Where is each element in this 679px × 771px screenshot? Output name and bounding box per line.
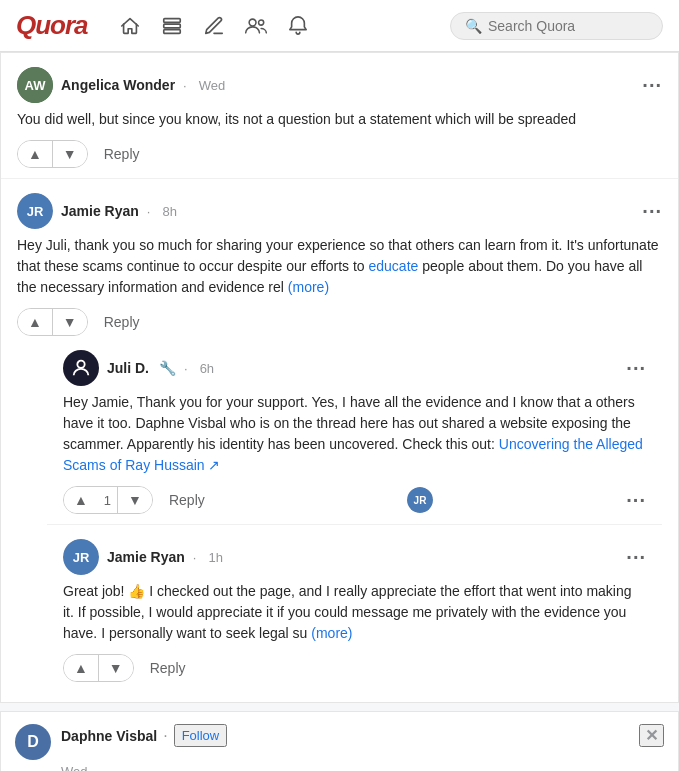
author-jamie-1: Jamie Ryan bbox=[61, 203, 139, 219]
main-content: AW Angelica Wonder · Wed ··· You did wel… bbox=[0, 52, 679, 771]
comment-time-jamie-2: 1h bbox=[208, 550, 222, 565]
comment-body-juli: Hey Jamie, Thank you for your support. Y… bbox=[63, 392, 646, 476]
link-ray-hussain-1[interactable]: Uncovering the Alleged Scams of Ray Huss… bbox=[63, 436, 643, 473]
svg-point-4 bbox=[258, 20, 263, 25]
author-jamie-2: Jamie Ryan bbox=[107, 549, 185, 565]
comment-thread-card: AW Angelica Wonder · Wed ··· You did wel… bbox=[0, 52, 679, 703]
notification-card: D Daphne Visbal · Follow ✕ Wed Yes, myse… bbox=[0, 711, 679, 771]
search-icon: 🔍 bbox=[465, 18, 482, 34]
more-options-c1[interactable]: ··· bbox=[642, 74, 662, 97]
svg-text:AW: AW bbox=[25, 78, 47, 93]
more-options-juli-2[interactable]: ··· bbox=[626, 489, 646, 512]
search-input[interactable] bbox=[488, 18, 648, 34]
more-options-c2[interactable]: ··· bbox=[642, 200, 662, 223]
downvote-c2[interactable]: ▼ bbox=[53, 309, 87, 335]
people-icon[interactable] bbox=[244, 14, 268, 38]
notif-header: D Daphne Visbal · Follow ✕ bbox=[1, 712, 678, 764]
avatar-angelica: AW bbox=[17, 67, 53, 103]
vote-buttons-juli: ▲ 1 ▼ bbox=[63, 486, 153, 514]
comment-body-c2: Hey Juli, thank you so much for sharing … bbox=[17, 235, 662, 298]
comment-body-c1: You did well, but since you know, its no… bbox=[17, 109, 662, 130]
more-options-jamie-2[interactable]: ··· bbox=[626, 546, 646, 569]
downvote-c1[interactable]: ▼ bbox=[53, 141, 87, 167]
comment-time-juli: 6h bbox=[200, 361, 214, 376]
reply-button-juli[interactable]: Reply bbox=[161, 488, 213, 512]
bell-icon[interactable] bbox=[286, 14, 310, 38]
more-options-juli[interactable]: ··· bbox=[626, 357, 646, 380]
notif-dot: · bbox=[163, 727, 167, 745]
comment-actions-jamie-2: ▲ ▼ Reply bbox=[63, 654, 646, 682]
search-box[interactable]: 🔍 bbox=[450, 12, 663, 40]
comment-actions-c1: ▲ ▼ Reply bbox=[17, 140, 662, 168]
more-link-jamie-2[interactable]: (more) bbox=[311, 625, 352, 641]
list-icon[interactable] bbox=[160, 14, 184, 38]
svg-rect-2 bbox=[163, 29, 180, 33]
vote-buttons-jamie-2: ▲ ▼ bbox=[63, 654, 134, 682]
nav-icons bbox=[118, 14, 310, 38]
author-juli: Juli D. bbox=[107, 360, 149, 376]
home-icon[interactable] bbox=[118, 14, 142, 38]
upvote-c2[interactable]: ▲ bbox=[18, 309, 52, 335]
comment-header-jamie-2: JR Jamie Ryan · 1h ··· bbox=[63, 539, 646, 575]
juli-icon: 🔧 bbox=[159, 360, 176, 376]
avatar-jamie-2: JR bbox=[63, 539, 99, 575]
svg-text:JR: JR bbox=[73, 550, 90, 565]
more-link-c2[interactable]: (more) bbox=[288, 279, 329, 295]
vote-count-juli: 1 bbox=[98, 493, 117, 508]
comment-header-juli: Juli D. 🔧 · 6h ··· bbox=[63, 350, 646, 386]
reply-button-c2[interactable]: Reply bbox=[96, 310, 148, 334]
svg-text:JR: JR bbox=[27, 204, 44, 219]
nav-bar: Quora 🔍 bbox=[0, 0, 679, 52]
link-educate[interactable]: educate bbox=[369, 258, 419, 274]
comment-actions-juli: ▲ 1 ▼ Reply JR ··· bbox=[63, 486, 646, 514]
comment-actions-c2: ▲ ▼ Reply bbox=[17, 308, 662, 336]
comment-time-c1: Wed bbox=[199, 78, 226, 93]
comment-body-jamie-2: Great job! 👍 I checked out the page, and… bbox=[63, 581, 646, 644]
comment-jamie-1: JR Jamie Ryan · 8h ··· Hey Juli, thank y… bbox=[1, 179, 678, 702]
svg-point-9 bbox=[77, 361, 84, 368]
follow-button[interactable]: Follow bbox=[174, 724, 228, 747]
svg-point-3 bbox=[249, 19, 256, 26]
quora-logo[interactable]: Quora bbox=[16, 10, 88, 41]
svg-rect-0 bbox=[163, 18, 180, 22]
notif-author-line: Daphne Visbal · Follow bbox=[61, 724, 629, 747]
notif-author-block: Daphne Visbal · Follow bbox=[61, 724, 629, 747]
avatar-jamie-1: JR bbox=[17, 193, 53, 229]
comment-header: AW Angelica Wonder · Wed ··· bbox=[17, 67, 662, 103]
svg-rect-1 bbox=[163, 24, 180, 28]
comment-header-c2: JR Jamie Ryan · 8h ··· bbox=[17, 193, 662, 229]
upvote-c1[interactable]: ▲ bbox=[18, 141, 52, 167]
vote-buttons-c2: ▲ ▼ bbox=[17, 308, 88, 336]
close-notification-button[interactable]: ✕ bbox=[639, 724, 664, 747]
reply-button-c1[interactable]: Reply bbox=[96, 142, 148, 166]
nested-comments: Juli D. 🔧 · 6h ··· Hey Jamie, Thank you … bbox=[17, 336, 662, 692]
comment-time-c2: 8h bbox=[162, 204, 176, 219]
avatar-juli bbox=[63, 350, 99, 386]
svg-text:JR: JR bbox=[413, 495, 427, 506]
upvote-jamie-2[interactable]: ▲ bbox=[64, 655, 98, 681]
comment-angelica: AW Angelica Wonder · Wed ··· You did wel… bbox=[1, 53, 678, 179]
author-daphne: Daphne Visbal bbox=[61, 728, 157, 744]
downvote-juli[interactable]: ▼ bbox=[118, 487, 152, 513]
notif-time: Wed bbox=[1, 764, 678, 771]
avatar-daphne: D bbox=[15, 724, 51, 760]
comment-jamie-2: JR Jamie Ryan · 1h ··· Great job! 👍 I ch… bbox=[47, 525, 662, 692]
comment-juli: Juli D. 🔧 · 6h ··· Hey Jamie, Thank you … bbox=[47, 336, 662, 525]
reply-button-jamie-2[interactable]: Reply bbox=[142, 656, 194, 680]
downvote-jamie-2[interactable]: ▼ bbox=[99, 655, 133, 681]
avatar-small-jamie: JR bbox=[407, 487, 433, 513]
author-angelica: Angelica Wonder bbox=[61, 77, 175, 93]
upvote-juli[interactable]: ▲ bbox=[64, 487, 98, 513]
vote-buttons-c1: ▲ ▼ bbox=[17, 140, 88, 168]
edit-icon[interactable] bbox=[202, 14, 226, 38]
